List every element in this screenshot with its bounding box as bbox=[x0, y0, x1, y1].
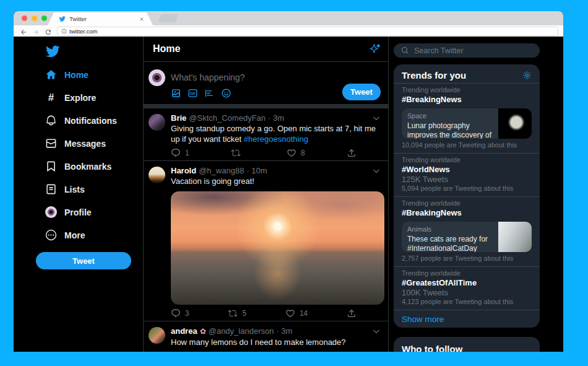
close-tab-icon[interactable] bbox=[139, 17, 144, 22]
media-icon[interactable] bbox=[171, 88, 181, 98]
sidebar-item-notifications[interactable]: Notifications bbox=[45, 109, 143, 132]
trend-item[interactable]: Trending worldwide #WorldNews 125K Tweet… bbox=[394, 153, 540, 196]
sidebar-item-lists[interactable]: Lists bbox=[45, 178, 143, 201]
sidebar-item-profile[interactable]: Profile bbox=[45, 201, 143, 224]
reload-icon[interactable] bbox=[45, 27, 52, 35]
chevron-down-icon[interactable] bbox=[372, 114, 381, 123]
trend-item[interactable]: Trending worldwide #BreakingNews Space L… bbox=[394, 83, 540, 153]
composer-toolbar: GIF bbox=[171, 88, 231, 98]
retweet-button[interactable] bbox=[231, 148, 245, 158]
sidebar-item-more[interactable]: More bbox=[45, 224, 143, 246]
hashtag-link[interactable]: #heregoesnothing bbox=[244, 134, 308, 144]
sidebar-item-label: More bbox=[64, 230, 85, 240]
gif-icon[interactable]: GIF bbox=[188, 88, 198, 98]
feed-gap-divider bbox=[144, 104, 388, 108]
close-window-button[interactable] bbox=[22, 15, 27, 21]
tweet-author[interactable]: Brie bbox=[171, 113, 186, 123]
reply-button[interactable]: 1 bbox=[171, 148, 189, 158]
trend-tag[interactable]: #BreakingNews bbox=[402, 94, 532, 105]
timeline-sparkle-icon[interactable] bbox=[370, 43, 381, 54]
sidebar-item-bookmarks[interactable]: Bookmarks bbox=[45, 155, 143, 178]
search-placeholder: Search Twitter bbox=[414, 46, 464, 55]
show-more-link[interactable]: Show more bbox=[394, 310, 540, 328]
search-icon bbox=[401, 46, 409, 54]
avatar[interactable] bbox=[149, 167, 165, 183]
preview-text-wrap: Animals These cats are ready for #Intern… bbox=[402, 222, 498, 252]
trend-tweet-count: 125K Tweets bbox=[402, 175, 532, 185]
minimize-window-button[interactable] bbox=[32, 15, 37, 21]
like-count: 14 bbox=[300, 309, 308, 318]
tweet-text: Vacation is going great! bbox=[171, 176, 381, 186]
trend-context: Trending worldwide bbox=[402, 86, 532, 94]
sidebar-item-explore[interactable]: # Explore bbox=[45, 86, 143, 109]
moon-thumbnail bbox=[498, 108, 532, 139]
search-input[interactable]: Search Twitter bbox=[394, 43, 540, 58]
tweet-harold[interactable]: Harold @h_wang88 · 10m Vacation is going… bbox=[144, 160, 388, 321]
poll-icon[interactable] bbox=[204, 88, 215, 98]
browser-toolbar: twitter.com bbox=[14, 25, 563, 37]
tweet-time[interactable]: · 3m bbox=[276, 326, 292, 336]
trend-item[interactable]: Trending worldwide #BreakingNews Animals… bbox=[394, 196, 540, 266]
tweet-handle[interactable]: @andy_landerson bbox=[209, 326, 274, 336]
composer-tweet-button[interactable]: Tweet bbox=[342, 84, 381, 100]
trend-tweet-count: 100K Tweets bbox=[402, 288, 532, 298]
tweet-button[interactable]: Tweet bbox=[36, 252, 131, 269]
address-bar[interactable]: twitter.com bbox=[57, 27, 558, 36]
trend-tag[interactable]: #WorldNews bbox=[402, 164, 532, 175]
forward-icon[interactable] bbox=[32, 27, 40, 35]
site-info-icon[interactable] bbox=[61, 28, 67, 34]
share-button[interactable] bbox=[347, 308, 357, 318]
like-button[interactable]: 14 bbox=[285, 308, 308, 318]
who-to-follow-card: Who to follow bbox=[394, 337, 540, 352]
trend-preview-card[interactable]: Animals These cats are ready for #Intern… bbox=[402, 222, 532, 252]
column-gap bbox=[389, 37, 394, 352]
tweet-body: Harold @h_wang88 · 10m Vacation is going… bbox=[171, 165, 381, 321]
browser-window: Twitter twitter.com bbox=[14, 11, 563, 352]
new-tab-button[interactable] bbox=[158, 14, 179, 22]
back-icon[interactable] bbox=[20, 27, 27, 35]
gear-icon[interactable] bbox=[522, 71, 532, 80]
trend-item[interactable]: Trending worldwide #GreatestOfAllTime 10… bbox=[394, 266, 540, 310]
cat-thumbnail bbox=[498, 222, 532, 252]
twitter-logo-icon[interactable] bbox=[45, 44, 60, 59]
zoom-window-button[interactable] bbox=[41, 15, 47, 21]
tweet-handle[interactable]: @h_wang88 bbox=[199, 165, 244, 176]
browser-tab-twitter[interactable]: Twitter bbox=[48, 12, 153, 25]
like-button[interactable]: 8 bbox=[287, 148, 305, 158]
trends-header: Trends for you bbox=[394, 64, 540, 83]
sidebar-item-label: Notifications bbox=[64, 116, 117, 126]
tweet-handle[interactable]: @Sktch_ComedyFan bbox=[189, 113, 266, 123]
sidebar-item-label: Lists bbox=[64, 185, 85, 194]
share-button[interactable] bbox=[347, 148, 357, 158]
trend-preview-card[interactable]: Space Lunar photography improves the dis… bbox=[402, 108, 532, 139]
tweet-andrea[interactable]: andrea ✿ @andy_landerson · 3m How many l… bbox=[144, 321, 388, 352]
avatar[interactable] bbox=[149, 327, 165, 344]
tweet-brie[interactable]: Brie @Sktch_ComedyFan · 3m Giving standu… bbox=[144, 108, 388, 160]
who-to-follow-title: Who to follow bbox=[402, 344, 462, 352]
emoji-icon[interactable] bbox=[221, 88, 231, 98]
profile-avatar bbox=[45, 206, 57, 218]
tweet-author[interactable]: Harold bbox=[171, 165, 196, 176]
home-icon bbox=[45, 69, 57, 81]
sidebar-item-home[interactable]: Home bbox=[45, 63, 143, 86]
tweet-author[interactable]: andrea bbox=[171, 326, 197, 336]
avatar[interactable] bbox=[149, 114, 165, 131]
sidebar-item-messages[interactable]: Messages bbox=[45, 132, 143, 155]
reply-button[interactable]: 3 bbox=[171, 308, 189, 318]
composer-avatar[interactable] bbox=[149, 69, 165, 86]
trend-tag[interactable]: #BreakingNews bbox=[402, 207, 532, 218]
tab-title: Twitter bbox=[69, 15, 136, 22]
tweet-time[interactable]: · 10m bbox=[246, 165, 267, 176]
tweet-time[interactable]: · 3m bbox=[268, 113, 284, 123]
sunset-photo[interactable] bbox=[171, 191, 384, 305]
tweet-body: Brie @Sktch_ComedyFan · 3m Giving standu… bbox=[171, 113, 381, 160]
trend-tag[interactable]: #GreatestOfAllTime bbox=[402, 277, 532, 288]
chevron-down-icon[interactable] bbox=[372, 167, 381, 175]
chevron-down-icon[interactable] bbox=[372, 327, 381, 336]
page-background bbox=[540, 37, 563, 352]
tweet-header: andrea ✿ @andy_landerson · 3m bbox=[171, 326, 381, 337]
window-controls bbox=[22, 15, 47, 21]
left-sidebar: Home # Explore Notifications Message bbox=[14, 37, 143, 352]
hashtag-icon: # bbox=[45, 92, 57, 103]
retweet-button[interactable]: 5 bbox=[228, 308, 246, 318]
